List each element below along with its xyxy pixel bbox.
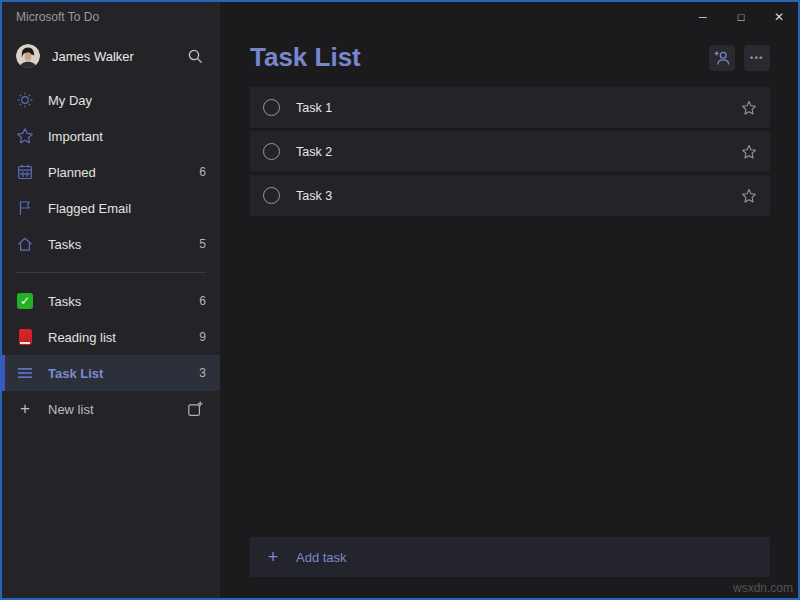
page-title: Task List [250,42,361,73]
complete-task-checkbox[interactable] [263,99,280,116]
sun-icon [16,91,34,109]
sidebar-item-flagged-email[interactable]: Flagged Email [2,190,220,226]
sidebar-item-my-day[interactable]: My Day [2,82,220,118]
sidebar-nav: My Day Important [2,82,220,427]
sidebar-item-count: 6 [199,294,206,308]
header-actions: ••• [709,45,770,71]
titlebar: ─ □ ✕ [220,2,798,32]
minimize-button[interactable]: ─ [684,2,722,32]
plus-icon: + [16,400,34,418]
list-header: Task List ••• [220,32,798,73]
avatar-photo [16,44,40,68]
sidebar-item-label: Tasks [48,294,81,309]
sidebar-item-label: Tasks [48,237,81,252]
watermark: wsxdn.com [733,581,793,595]
sidebar-item-label: Flagged Email [48,201,131,216]
user-account-row[interactable]: James Walker [2,38,220,74]
sidebar-item-count: 9 [199,330,206,344]
sidebar-item-label: My Day [48,93,92,108]
flag-icon [16,199,34,217]
user-name: James Walker [52,49,134,64]
complete-task-checkbox[interactable] [263,143,280,160]
add-task-button[interactable]: + Add task [250,537,770,577]
mark-important-button[interactable] [741,144,757,160]
share-list-button[interactable] [709,45,735,71]
add-task-label: Add task [296,550,347,565]
person-add-icon [713,49,731,67]
sidebar-item-tasks-list[interactable]: ✓ Tasks 6 [2,283,220,319]
mark-important-button[interactable] [741,188,757,204]
selected-accent-bar [2,355,5,391]
star-outline-icon [741,144,757,160]
ellipsis-icon: ••• [750,53,764,63]
star-outline-icon [741,188,757,204]
sidebar-item-count: 3 [199,366,206,380]
search-icon [187,48,204,65]
red-book-icon [16,328,34,346]
task-list: Task 1 Task 2 Task 3 [250,87,770,219]
sidebar-item-count: 6 [199,165,206,179]
new-group-icon [186,400,204,418]
calendar-icon [16,163,34,181]
app-window: Microsoft To Do James Walker [0,0,800,600]
new-group-button[interactable] [184,398,206,420]
avatar[interactable] [16,44,40,68]
list-options-button[interactable]: ••• [744,45,770,71]
sidebar-divider [16,272,206,273]
sidebar-item-label: Reading list [48,330,116,345]
home-icon [16,235,34,253]
app-title: Microsoft To Do [2,2,220,32]
sidebar-item-new-list[interactable]: + New list [2,391,220,427]
green-check-icon: ✓ [16,292,34,310]
list-icon [16,364,34,382]
task-title: Task 2 [296,145,332,159]
search-button[interactable] [184,45,206,67]
star-outline-icon [741,100,757,116]
sidebar-item-count: 5 [199,237,206,251]
sidebar-item-important[interactable]: Important [2,118,220,154]
task-row[interactable]: Task 1 [250,87,770,128]
task-row[interactable]: Task 3 [250,175,770,216]
sidebar-item-planned[interactable]: Planned 6 [2,154,220,190]
sidebar-item-tasks-default[interactable]: Tasks 5 [2,226,220,262]
maximize-button[interactable]: □ [722,2,760,32]
sidebar-item-reading-list[interactable]: Reading list 9 [2,319,220,355]
task-title: Task 3 [296,189,332,203]
task-row[interactable]: Task 2 [250,131,770,172]
mark-important-button[interactable] [741,100,757,116]
sidebar-item-label: Important [48,129,103,144]
main-content: ─ □ ✕ Task List ••• [220,2,798,598]
sidebar-item-task-list[interactable]: Task List 3 [2,355,220,391]
sidebar: Microsoft To Do James Walker [2,2,220,598]
task-title: Task 1 [296,101,332,115]
star-icon [16,127,34,145]
close-button[interactable]: ✕ [760,2,798,32]
plus-icon: + [264,547,282,568]
empty-area [220,219,798,537]
complete-task-checkbox[interactable] [263,187,280,204]
sidebar-item-label: New list [48,402,94,417]
sidebar-item-label: Planned [48,165,96,180]
sidebar-item-label: Task List [48,366,103,381]
